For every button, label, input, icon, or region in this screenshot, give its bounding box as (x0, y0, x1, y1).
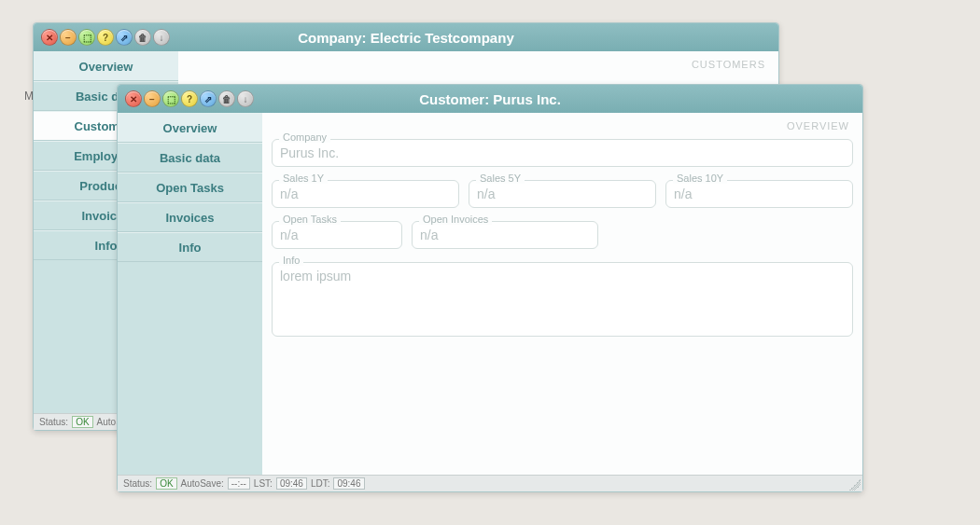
trash-icon[interactable]: 🗑 (134, 29, 151, 46)
field-label: Sales 5Y (476, 173, 525, 184)
sidebar-item-info[interactable]: Info (118, 232, 262, 262)
section-label: CUSTOMERS (692, 59, 765, 70)
sidebar-item-invoices[interactable]: Invoices (118, 202, 262, 232)
field-company: Company Purus Inc. (272, 139, 853, 167)
field-sales10y: Sales 10Y n/a (665, 180, 853, 208)
lst-label: LST: (254, 478, 273, 489)
sidebar-item-overview[interactable]: Overview (118, 113, 262, 143)
field-sales5y: Sales 5Y n/a (469, 180, 656, 208)
window-customer: ✕ − ⬚ ? ⇗ 🗑 ↓ Customer: Purus Inc. Overv… (117, 84, 863, 492)
statusbar-customer: Status: OK AutoSave: --:-- LST: 09:46 LD… (118, 475, 862, 491)
field-label: Open Invoices (419, 214, 492, 225)
titlebar-customer[interactable]: ✕ − ⬚ ? ⇗ 🗑 ↓ Customer: Purus Inc. (118, 85, 862, 113)
close-icon[interactable]: ✕ (41, 29, 58, 46)
section-label: OVERVIEW (787, 120, 849, 131)
field-openinvoices: Open Invoices n/a (412, 221, 598, 249)
sidebar-item-basicdata[interactable]: Basic data (118, 143, 262, 173)
field-value[interactable]: n/a (272, 180, 459, 208)
field-label: Sales 1Y (279, 173, 328, 184)
help-icon[interactable]: ? (97, 29, 114, 46)
close-icon[interactable]: ✕ (125, 90, 142, 107)
field-value[interactable]: n/a (665, 180, 853, 208)
status-value: OK (72, 416, 92, 428)
autosave-value: --:-- (228, 477, 250, 490)
field-value[interactable]: n/a (272, 221, 402, 249)
ldt-label: LDT: (311, 478, 330, 489)
down-icon[interactable]: ↓ (237, 90, 254, 107)
field-value[interactable]: n/a (412, 221, 598, 249)
main-customer: OVERVIEW Company Purus Inc. Sales 1Y n/a… (262, 113, 862, 475)
field-label: Info (279, 255, 303, 266)
field-value[interactable]: lorem ipsum (272, 262, 853, 337)
popout-icon[interactable]: ⇗ (200, 90, 217, 107)
field-label: Company (279, 131, 330, 143)
save-icon[interactable]: ⬚ (78, 29, 95, 46)
status-label: Status: (123, 478, 152, 489)
trash-icon[interactable]: 🗑 (218, 90, 235, 107)
field-label: Sales 10Y (673, 173, 727, 184)
field-value[interactable]: Purus Inc. (272, 139, 853, 167)
titlebar-company[interactable]: ✕ − ⬚ ? ⇗ 🗑 ↓ Company: Electric Testcomp… (34, 23, 778, 51)
help-icon[interactable]: ? (181, 90, 198, 107)
field-opentasks: Open Tasks n/a (272, 221, 402, 249)
status-label: Status: (39, 417, 68, 427)
save-icon[interactable]: ⬚ (162, 90, 179, 107)
autosave-label: AutoSave: (181, 478, 224, 489)
titlebar-buttons: ✕ − ⬚ ? ⇗ 🗑 ↓ (125, 90, 254, 107)
status-value: OK (156, 477, 176, 490)
minimize-icon[interactable]: − (144, 90, 161, 107)
popout-icon[interactable]: ⇗ (116, 29, 133, 46)
sidebar-customer: Overview Basic data Open Tasks Invoices … (118, 113, 262, 475)
down-icon[interactable]: ↓ (153, 29, 170, 46)
field-value[interactable]: n/a (469, 180, 656, 208)
titlebar-buttons: ✕ − ⬚ ? ⇗ 🗑 ↓ (41, 29, 170, 46)
field-label: Open Tasks (279, 214, 341, 225)
field-info: Info lorem ipsum (272, 262, 853, 337)
minimize-icon[interactable]: − (60, 29, 77, 46)
sidebar-item-opentasks[interactable]: Open Tasks (118, 173, 262, 202)
sidebar-item-overview[interactable]: Overview (34, 51, 178, 81)
lst-value: 09:46 (276, 477, 307, 490)
field-sales1y: Sales 1Y n/a (272, 180, 459, 208)
resize-grip[interactable] (849, 479, 861, 490)
ldt-value: 09:46 (333, 477, 364, 490)
